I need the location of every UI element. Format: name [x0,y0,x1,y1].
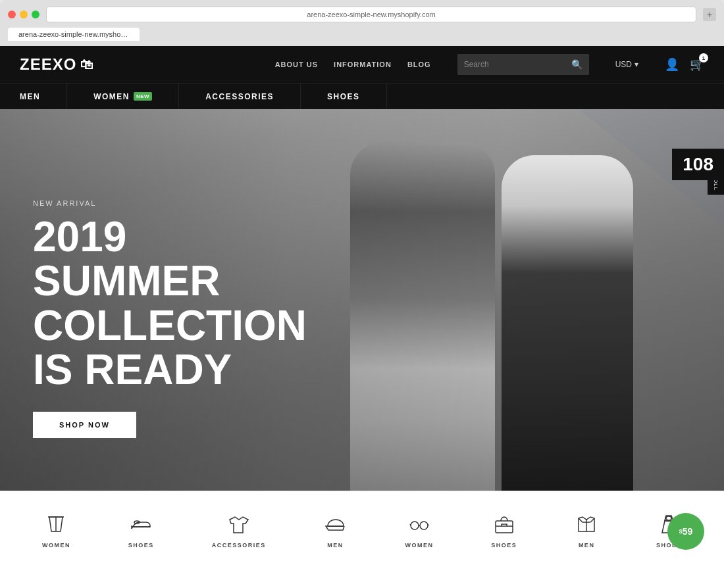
bag-icon [492,513,516,537]
fullscreen-button[interactable] [32,11,39,18]
currency-label: USD [615,60,632,69]
browser-top-bar: arena-zeexo-simple-new.myshopify.com + [8,7,716,22]
new-badge: NEW [134,92,152,101]
cat-nav-men[interactable]: MEN [0,84,67,109]
bottom-cat-men-coat[interactable]: MEN [575,513,598,549]
traffic-lights [8,11,39,18]
website-content: ZEEXO 🛍 ABOUT US INFORMATION BLOG 🔍 USD … [0,46,724,588]
address-bar[interactable]: arena-zeexo-simple-new.myshopify.com [46,7,696,22]
user-icon[interactable]: 👤 [665,57,679,72]
bottom-cat-men[interactable]: MEN [324,513,348,549]
nav-about[interactable]: ABOUT US [275,61,318,68]
bottom-cat-shoes-1-label: SHOES [128,542,154,549]
url-text: arena-zeexo-simple-new.myshopify.com [307,11,435,18]
search-input[interactable] [464,60,566,69]
glasses-icon [407,513,431,537]
bottom-cat-shoes-2[interactable]: SHOES [491,513,517,549]
svg-point-4 [411,522,419,529]
price-amount: 59 [683,526,693,537]
bottom-cat-women-pants[interactable]: WOMEN [42,513,70,549]
search-bar: 🔍 [457,54,589,75]
cat-nav-shoes-label: SHOES [327,92,360,101]
close-button[interactable] [8,11,16,18]
hero-title: 2019 SUMMER COLLECTION IS READY [33,215,307,392]
bottom-cat-shoes-2-label: SHOES [491,542,517,549]
active-tab[interactable]: arena-zeexo-simple-new.myshopify.com [8,28,140,41]
category-navigation: MEN WOMEN NEW ACCESSORIES SHOES [0,83,724,109]
price-badge[interactable]: $ 59 [667,513,704,550]
hero-title-line2: SUMMER [33,257,220,305]
shop-now-button[interactable]: SHOP NOW [33,412,136,438]
browser-chrome: arena-zeexo-simple-new.myshopify.com + a… [0,0,724,46]
currency-selector[interactable]: USD ▾ [615,60,638,69]
bottom-cat-men-label: MEN [327,542,344,549]
tshirt-icon [227,513,251,537]
hero-content: NEW ARRIVAL 2019 SUMMER COLLECTION IS RE… [33,199,307,438]
cap-icon [324,513,348,537]
top-nav-links: ABOUT US INFORMATION BLOG [275,61,431,68]
cat-nav-accessories-label: ACCESSORIES [205,92,274,101]
site-logo[interactable]: ZEEXO 🛍 [20,55,94,74]
cat-nav-women[interactable]: WOMEN NEW [67,84,179,109]
cat-nav-shoes[interactable]: SHOES [301,84,387,109]
svg-rect-9 [496,521,513,533]
nav-information[interactable]: INFORMATION [334,61,392,68]
top-nav-icons: 👤 🛒 1 [665,57,704,72]
hero-section: NEW ARRIVAL 2019 SUMMER COLLECTION IS RE… [0,109,724,491]
top-navigation: ZEEXO 🛍 ABOUT US INFORMATION BLOG 🔍 USD … [0,46,724,83]
bottom-cat-accessories[interactable]: ACCESSORIES [212,513,266,549]
search-icon[interactable]: 🔍 [571,59,582,70]
bottom-cat-shoes-1[interactable]: SHOES [128,513,154,549]
coat-icon [575,513,598,537]
pants-icon [44,513,68,537]
cat-nav-accessories[interactable]: ACCESSORIES [179,84,301,109]
shoes-icon [129,513,153,537]
logo-icon: 🛍 [80,57,94,72]
svg-line-8 [428,524,428,526]
new-tab-button[interactable]: + [703,8,716,21]
minimize-button[interactable] [20,11,28,18]
slide-number: 108 [672,149,724,180]
hero-title-line4: IS READY [33,346,232,393]
currency-arrow: ▾ [634,60,638,69]
hero-label: NEW ARRIVAL [33,199,307,207]
cart-badge: 1 [699,53,708,62]
hero-title-line3: COLLECTION [33,302,307,349]
hero-title-line1: 2019 [33,213,126,260]
nav-blog[interactable]: BLOG [407,61,431,68]
svg-point-5 [420,522,428,529]
bottom-cat-women-label: WOMEN [42,542,70,549]
svg-line-7 [410,524,411,526]
browser-tabs: arena-zeexo-simple-new.myshopify.com [8,28,716,41]
bottom-cat-women-glasses-label: WOMEN [405,542,433,549]
cat-nav-men-label: MEN [20,92,40,101]
bottom-cat-women-glasses[interactable]: WOMEN [405,513,433,549]
bottom-cat-accessories-label: ACCESSORIES [212,542,266,549]
cat-nav-women-label: WOMEN [93,92,130,101]
bottom-cat-men-coat-label: MEN [579,542,595,549]
cart-icon[interactable]: 🛒 1 [690,57,704,72]
logo-text: ZEEXO [20,55,76,74]
bottom-categories: WOMEN SHOES ACCESSORIES MEN [0,491,724,570]
